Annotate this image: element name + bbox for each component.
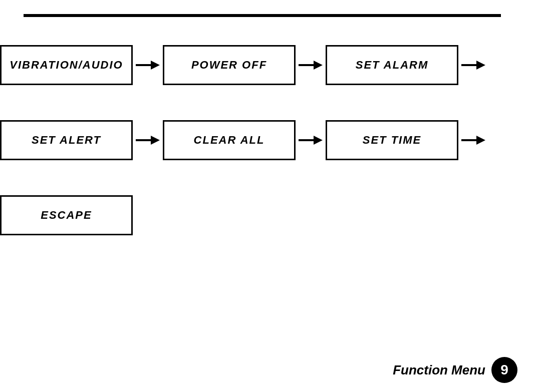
svg-marker-11 <box>476 136 485 145</box>
svg-marker-7 <box>151 136 160 145</box>
arrow-1-trail <box>458 55 488 75</box>
svg-marker-1 <box>151 61 160 70</box>
arrow-2-1 <box>133 130 163 150</box>
footer: Function Menu 9 <box>393 357 517 383</box>
menu-item-clear-all[interactable]: CLEAR ALL <box>163 120 296 160</box>
arrow-2-2 <box>296 130 326 150</box>
svg-marker-3 <box>314 61 323 70</box>
arrow-1-1 <box>133 55 163 75</box>
menu-item-power-off[interactable]: POWER OFF <box>163 45 296 85</box>
svg-marker-5 <box>476 61 485 70</box>
menu-item-vibration-audio[interactable]: VIBRATION/AUDIO <box>0 45 133 85</box>
arrow-1-2 <box>296 55 326 75</box>
menu-row-3: ESCAPE <box>0 195 541 235</box>
menu-row-1: VIBRATION/AUDIO POWER OFF SET ALARM <box>0 45 541 85</box>
menu-item-set-time[interactable]: SET TIME <box>326 120 458 160</box>
arrow-2-trail <box>458 130 488 150</box>
menu-item-set-alert[interactable]: SET ALERT <box>0 120 133 160</box>
menu-item-escape[interactable]: ESCAPE <box>0 195 133 235</box>
svg-marker-9 <box>314 136 323 145</box>
footer-title: Function Menu <box>393 362 485 378</box>
menu-item-set-alarm[interactable]: SET ALARM <box>326 45 458 85</box>
menu-row-2: SET ALERT CLEAR ALL SET TIME <box>0 120 541 160</box>
top-bar <box>24 14 501 17</box>
page-number-badge: 9 <box>491 357 517 383</box>
